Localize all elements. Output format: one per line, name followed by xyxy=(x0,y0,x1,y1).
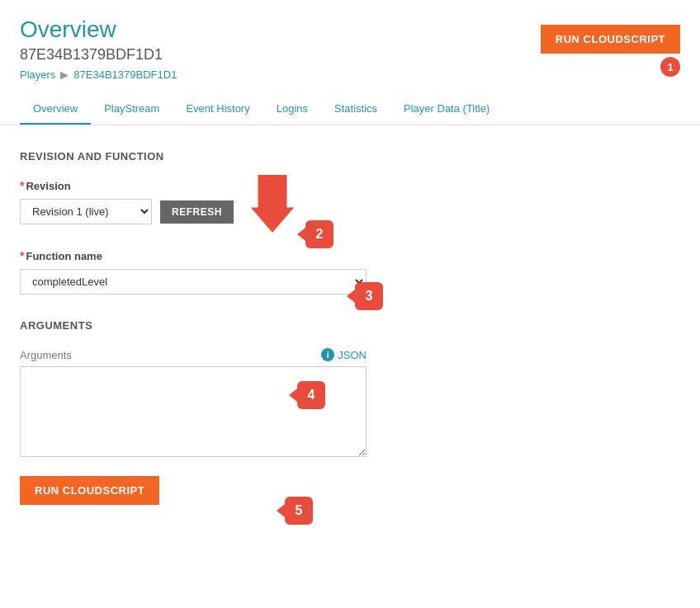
json-link[interactable]: i JSON xyxy=(321,348,367,361)
player-id: 87E34B1379BDF1D1 xyxy=(20,46,177,64)
annotation-badge-5: 5 xyxy=(285,497,313,525)
function-field-group: * Function name completedLevel xyxy=(20,249,680,295)
breadcrumb: Players ▶ 87E34B1379BDF1D1 xyxy=(20,68,177,81)
annotation-3: 3 xyxy=(355,282,383,310)
annotation-badge-4: 4 xyxy=(297,381,325,409)
main-content: REVISION AND FUNCTION * Revision Revisio… xyxy=(0,125,700,530)
arguments-label-row: Arguments i JSON xyxy=(20,348,367,361)
breadcrumb-players-link[interactable]: Players xyxy=(20,68,55,81)
annotation-5: 5 xyxy=(285,497,313,525)
tab-player-data-title[interactable]: Player Data (Title) xyxy=(390,94,503,125)
page-title: Overview xyxy=(20,16,177,43)
nav-tabs: Overview PlayStream Event History Logins… xyxy=(0,94,700,125)
function-name-select[interactable]: completedLevel xyxy=(20,269,367,295)
annotation-2: 2 xyxy=(305,220,333,248)
revision-select[interactable]: Revision 1 (live) xyxy=(20,199,152,224)
required-star-function: * xyxy=(20,249,24,262)
arguments-section: ARGUMENTS Arguments i JSON xyxy=(20,319,680,460)
tab-overview[interactable]: Overview xyxy=(20,94,91,125)
run-cloudscript-button-header[interactable]: RUN CLOUDSCRIPT xyxy=(541,25,680,54)
json-label: JSON xyxy=(338,349,367,361)
annotation-badge-2: 2 xyxy=(305,220,333,248)
run-cloudscript-bottom-wrapper: RUN CLOUDSCRIPT xyxy=(20,460,680,505)
tab-event-history[interactable]: Event History xyxy=(173,94,262,125)
annotation-4: 4 xyxy=(297,381,325,409)
required-star-revision: * xyxy=(20,179,24,192)
refresh-button[interactable]: REFRESH xyxy=(160,200,234,224)
run-cloudscript-button-bottom[interactable]: RUN CLOUDSCRIPT xyxy=(20,476,159,505)
arguments-textarea[interactable] xyxy=(20,366,367,457)
revision-label: * Revision xyxy=(20,179,680,192)
tab-statistics[interactable]: Statistics xyxy=(321,94,390,125)
revision-field-group: * Revision Revision 1 (live) REFRESH xyxy=(20,179,680,224)
function-label: * Function name xyxy=(20,249,680,262)
tab-logins[interactable]: Logins xyxy=(263,94,321,125)
breadcrumb-current: 87E34B1379BDF1D1 xyxy=(73,68,177,81)
annotation-badge-1: 1 xyxy=(660,57,680,77)
info-icon: i xyxy=(321,348,334,361)
section-title: REVISION AND FUNCTION xyxy=(20,150,680,163)
arguments-label: Arguments xyxy=(20,349,72,361)
tab-playstream[interactable]: PlayStream xyxy=(91,94,173,125)
arguments-section-title: ARGUMENTS xyxy=(20,319,680,332)
header-right: RUN CLOUDSCRIPT 1 xyxy=(541,16,680,77)
revision-row: Revision 1 (live) REFRESH xyxy=(20,199,680,224)
breadcrumb-separator: ▶ xyxy=(60,68,69,81)
annotation-badge-3: 3 xyxy=(355,282,383,310)
